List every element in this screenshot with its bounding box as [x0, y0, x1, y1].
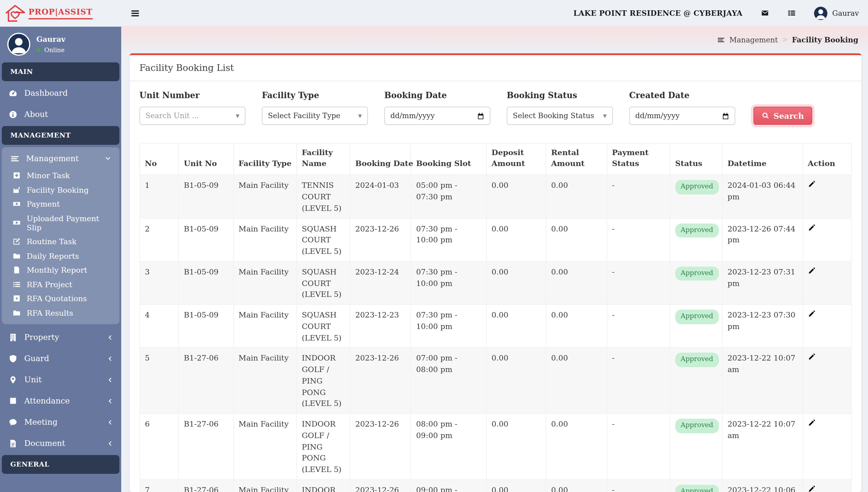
- sidebar-item-document[interactable]: Document: [0, 433, 121, 454]
- table-row: 3B1-05-09Main FacilitySQUASH COURT (LEVE…: [140, 262, 851, 305]
- cell-payment-status: -: [607, 414, 670, 479]
- sidebar-item-facility-booking[interactable]: Facility Booking: [2, 183, 119, 197]
- plus-square-icon: [13, 171, 21, 179]
- cell-booking-date: 2023-12-26: [350, 479, 411, 492]
- info-icon: [8, 110, 18, 119]
- status-badge: Approved: [675, 223, 719, 238]
- facility-type-select[interactable]: Select Facility Type ▼: [262, 107, 368, 125]
- sidebar-item-rfa-project[interactable]: RFA Project: [2, 277, 119, 291]
- topbar-right: LAKE POINT RESIDENCE @ CYBERJAYA Gaurav: [573, 6, 859, 20]
- breadcrumb-management[interactable]: Management: [729, 35, 778, 44]
- booking-date-input[interactable]: dd/mm/yyyy: [384, 107, 490, 125]
- sidebar-item-monthly-report[interactable]: Monthly Report: [2, 263, 119, 277]
- sidebar-item-management[interactable]: Management: [2, 147, 119, 168]
- sidebar-user-panel[interactable]: Gaurav Online: [0, 27, 121, 61]
- cell-deposit-amount: 0.00: [486, 479, 546, 492]
- cell-rental-amount: 0.00: [546, 348, 607, 414]
- cell-facility-type: Main Facility: [233, 218, 297, 262]
- sidebar-item-property[interactable]: Property: [0, 326, 121, 348]
- cell-datetime: 2023-12-22 10:07 am: [722, 414, 802, 479]
- hamburger-menu-button[interactable]: [130, 9, 140, 17]
- cell-facility-name: INDOOR GOLF / PING PONG (LEVEL 5): [297, 414, 351, 479]
- status-badge: Approved: [675, 419, 719, 433]
- cell-booking-slot: 07:30 pm - 10:00 pm: [411, 262, 486, 305]
- cell-deposit-amount: 0.00: [486, 218, 546, 262]
- cell-action: [802, 218, 851, 262]
- sidebar-item-routine-task[interactable]: Routine Task: [2, 235, 119, 249]
- cell-facility-name: INDOOR GOLF / PING PONG (LEVEL 5): [297, 348, 351, 414]
- column-header-no: No: [140, 143, 178, 175]
- cell-status: Approved: [670, 262, 723, 305]
- breadcrumb-ribbon: Management > Facility Booking: [121, 26, 868, 53]
- sidebar-item-meeting[interactable]: Meeting: [0, 412, 121, 433]
- file-icon: [13, 266, 21, 274]
- unit-number-select[interactable]: Search Unit ... ▼: [139, 107, 245, 125]
- booking-table-wrap: NoUnit NoFacility TypeFacility NameBooki…: [130, 127, 861, 492]
- sidebar-item-attendance[interactable]: Attendance: [0, 390, 121, 412]
- edit-action-button[interactable]: [808, 353, 816, 361]
- user-avatar-small: [814, 6, 827, 20]
- cell-facility-type: Main Facility: [233, 304, 297, 348]
- cell-status: Approved: [670, 304, 723, 348]
- booking-status-select[interactable]: Select Booking Status ▼: [507, 107, 613, 125]
- sidebar-item-about[interactable]: About: [0, 104, 121, 125]
- cell-datetime: 2023-12-22 10:06 am: [722, 479, 802, 492]
- cell-unit-no: B1-27-06: [178, 348, 233, 414]
- column-header-deposit-amount: Deposit Amount: [486, 143, 546, 175]
- chevron-left-icon: [107, 398, 113, 404]
- status-badge: Approved: [675, 310, 719, 324]
- search-button[interactable]: Search: [753, 107, 813, 125]
- edit-action-button[interactable]: [808, 485, 816, 492]
- caret-down-icon: ▼: [236, 113, 239, 119]
- th-list-icon[interactable]: [787, 9, 796, 17]
- topbar: LAKE POINT RESIDENCE @ CYBERJAYA Gaurav: [121, 0, 868, 26]
- user-status: Online: [37, 46, 66, 53]
- cell-booking-slot: 07:30 pm - 10:00 pm: [411, 304, 486, 348]
- edit-action-button[interactable]: [808, 310, 816, 318]
- calendar-icon: [477, 112, 484, 120]
- cell-unit-no: B1-05-09: [178, 262, 233, 305]
- cell-deposit-amount: 0.00: [486, 262, 546, 305]
- edit-action-button[interactable]: [808, 419, 816, 426]
- chevron-left-icon: [107, 419, 113, 425]
- created-date-input[interactable]: dd/mm/yyyy: [629, 107, 735, 125]
- sidebar-section-management: MANAGEMENT: [2, 126, 119, 145]
- sidebar-item-rfa-quotations[interactable]: RFA Quotations: [2, 291, 119, 306]
- edit-action-button[interactable]: [808, 223, 816, 231]
- cell-action: [802, 348, 851, 414]
- filter-bar: Unit Number Search Unit ... ▼ Facility T…: [130, 81, 861, 127]
- cell-unit-no: B1-05-09: [178, 175, 233, 218]
- sidebar-item-payment[interactable]: Payment: [2, 197, 119, 211]
- header-user-menu[interactable]: Gaurav: [814, 6, 859, 20]
- sidebar-item-minor-task[interactable]: Minor Task: [2, 168, 119, 183]
- file-alt-icon: [8, 439, 18, 447]
- cell-deposit-amount: 0.00: [486, 414, 546, 479]
- edit-action-button[interactable]: [808, 180, 816, 188]
- cell-datetime: 2023-12-23 07:30 pm: [722, 304, 802, 348]
- cell-booking-date: 2023-12-24: [350, 262, 411, 305]
- envelope-icon[interactable]: [761, 9, 769, 17]
- header-username: Gaurav: [832, 9, 859, 17]
- sidebar-item-unit[interactable]: Unit: [0, 369, 121, 390]
- sidebar-item-daily-reports[interactable]: Daily Reports: [2, 249, 119, 263]
- building-icon: [8, 333, 18, 341]
- cell-facility-name: SQUASH COURT (LEVEL 5): [297, 304, 351, 348]
- facility-booking-table: NoUnit NoFacility TypeFacility NameBooki…: [139, 143, 852, 492]
- sidebar-item-rfa-results[interactable]: RFA Results: [2, 306, 119, 320]
- cell-no: 3: [140, 262, 178, 305]
- edit-icon: [13, 238, 21, 245]
- edit-action-button[interactable]: [808, 267, 816, 274]
- book-icon: [8, 397, 18, 405]
- comment-icon: [8, 418, 18, 426]
- sidebar-item-dashboard[interactable]: Dashboard: [0, 82, 121, 104]
- sidebar-item-guard[interactable]: Guard: [0, 348, 121, 369]
- cell-datetime: 2023-12-23 07:31 pm: [722, 262, 802, 305]
- caret-down-icon: ▼: [603, 113, 607, 119]
- cell-unit-no: B1-27-06: [178, 479, 233, 492]
- cell-no: 2: [140, 218, 178, 262]
- cell-deposit-amount: 0.00: [486, 304, 546, 348]
- filter-created-date: Created Date dd/mm/yyyy: [629, 90, 735, 125]
- column-header-unit-no: Unit No: [178, 143, 233, 175]
- breadcrumb-current: Facility Booking: [792, 35, 858, 44]
- sidebar-item-uploaded-payment-slip[interactable]: Uploaded Payment Slip: [2, 211, 119, 235]
